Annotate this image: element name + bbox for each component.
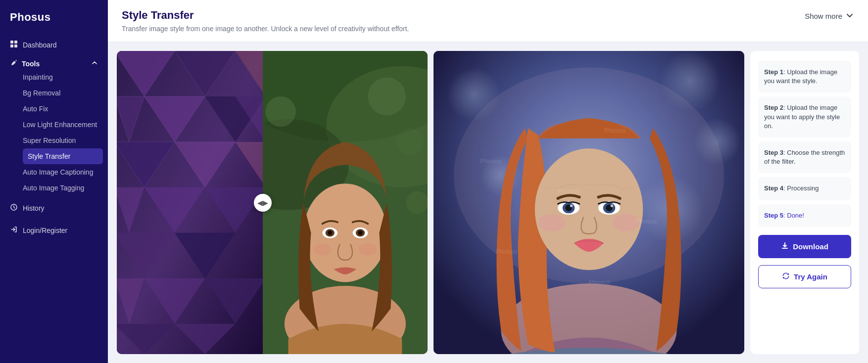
svg-point-36	[368, 78, 406, 116]
step-1: Step 1: Upload the image you want the st…	[758, 61, 851, 92]
sidebar-item-low-light[interactable]: Low Light Enhancement	[18, 117, 108, 133]
show-more-button[interactable]: Show more	[805, 9, 854, 21]
sidebar-item-super-resolution[interactable]: Super Resolution	[18, 133, 108, 148]
step-2: Step 2: Upload the image you want to app…	[758, 96, 851, 137]
sidebar-item-auto-tagging[interactable]: Auto Image Tagging	[18, 180, 108, 196]
download-button[interactable]: Download	[758, 235, 851, 258]
history-label: History	[23, 204, 45, 212]
show-more-label: Show more	[805, 12, 842, 20]
svg-point-66	[611, 205, 613, 207]
svg-point-67	[538, 214, 566, 231]
sidebar-item-dashboard[interactable]: Dashboard	[0, 35, 108, 55]
step-4: Step 4: Processing	[758, 177, 851, 200]
slider-arrows-icon: ◀▶	[257, 199, 268, 207]
sidebar-item-login[interactable]: Login/Register	[0, 220, 108, 240]
sidebar: Phosus Dashboard Tools	[0, 0, 108, 363]
svg-point-48	[313, 243, 332, 256]
portrait-photo-right	[263, 51, 428, 354]
svg-point-37	[396, 128, 423, 155]
refresh-icon	[782, 272, 790, 281]
page-description: Transfer image style from one image to a…	[122, 25, 409, 33]
page-header: Style Transfer Transfer image style from…	[108, 0, 868, 42]
svg-point-49	[359, 243, 377, 256]
sidebar-item-auto-fix[interactable]: Auto Fix	[18, 101, 108, 117]
sidebar-item-history[interactable]: History	[0, 198, 108, 218]
auto-captioning-label: Auto Image Captioning	[23, 168, 93, 176]
svg-point-46	[328, 230, 332, 235]
step-5: Step 5: Done!	[758, 204, 851, 227]
step3-label: Step 3	[764, 149, 783, 156]
step-3: Step 3: Choose the strength of the filte…	[758, 141, 851, 173]
chevron-up-icon	[91, 59, 98, 68]
super-resolution-label: Super Resolution	[23, 136, 76, 144]
download-label: Download	[793, 242, 828, 251]
step5-label: Step 5	[764, 212, 783, 219]
page-title: Style Transfer	[122, 9, 409, 22]
sidebar-item-style-transfer[interactable]: Style Transfer	[23, 148, 103, 164]
image-panels: ◀▶	[117, 51, 744, 354]
history-icon	[10, 203, 18, 213]
sidebar-section-tools[interactable]: Tools	[0, 55, 108, 69]
result-image-panel: Phosus Phosus Phosus Phosus Phosus Phosu…	[434, 51, 744, 354]
try-again-label: Try Again	[794, 272, 827, 281]
step2-label: Step 2	[764, 104, 783, 111]
sidebar-item-bg-removal[interactable]: Bg Removal	[18, 85, 108, 101]
header-text: Style Transfer Transfer image style from…	[122, 9, 409, 33]
svg-point-68	[613, 214, 640, 231]
step1-label: Step 1	[764, 68, 783, 76]
svg-rect-1	[14, 41, 17, 44]
download-icon	[781, 242, 789, 251]
low-light-label: Low Light Enhancement	[23, 121, 97, 129]
content-area: ◀▶	[108, 42, 868, 363]
bg-removal-label: Bg Removal	[23, 89, 60, 97]
svg-point-38	[266, 96, 296, 127]
steps-panel: Step 1: Upload the image you want the st…	[750, 51, 859, 354]
sidebar-navigation: Dashboard Tools Inpainting Bg Removal	[0, 35, 108, 363]
style-transfer-label: Style Transfer	[28, 152, 70, 160]
svg-rect-0	[10, 41, 13, 44]
sidebar-item-inpainting[interactable]: Inpainting	[18, 69, 108, 85]
geometric-pattern-overlay	[117, 51, 263, 354]
svg-rect-2	[10, 45, 13, 47]
step4-label: Step 4	[764, 184, 783, 192]
login-icon	[10, 226, 18, 235]
split-image-container: ◀▶	[117, 51, 428, 354]
auto-fix-label: Auto Fix	[23, 105, 48, 113]
dashboard-label: Dashboard	[23, 41, 57, 49]
svg-rect-3	[14, 45, 17, 47]
logo-dot: o	[24, 11, 31, 23]
auto-tagging-label: Auto Image Tagging	[23, 184, 84, 192]
inpainting-label: Inpainting	[23, 73, 53, 81]
svg-point-47	[358, 230, 363, 235]
logo: Phosus	[0, 0, 108, 35]
step5-text: : Done!	[783, 212, 804, 219]
step4-text: : Processing	[783, 184, 819, 192]
tools-label: Tools	[22, 60, 40, 68]
image-compare-slider[interactable]: ◀▶	[254, 194, 272, 212]
grid-icon	[10, 40, 18, 49]
login-label: Login/Register	[23, 227, 67, 234]
sidebar-item-auto-captioning[interactable]: Auto Image Captioning	[18, 164, 108, 180]
source-image-panel: ◀▶	[117, 51, 428, 354]
tools-submenu: Inpainting Bg Removal Auto Fix Low Light…	[0, 69, 108, 196]
main-content: Style Transfer Transfer image style from…	[108, 0, 868, 363]
tools-icon	[10, 59, 18, 68]
try-again-button[interactable]: Try Again	[758, 265, 851, 288]
svg-point-65	[570, 205, 573, 207]
svg-point-39	[406, 191, 428, 214]
chevron-down-icon	[845, 11, 854, 21]
